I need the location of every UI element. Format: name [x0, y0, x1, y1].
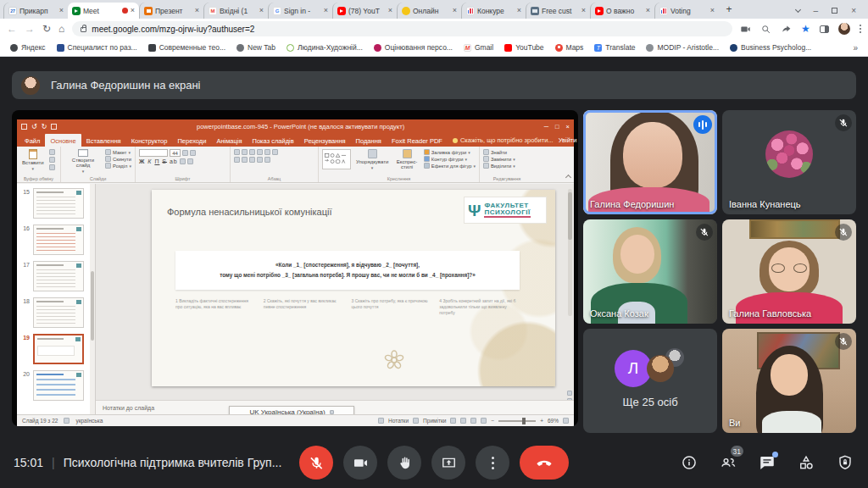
participant-avatar: [765, 130, 813, 178]
tab-camera-icon[interactable]: [740, 24, 751, 35]
browser-tab-freecust[interactable]: Free cust×: [526, 3, 590, 19]
tab-close-icon[interactable]: ×: [710, 7, 715, 14]
browser-tab-signin[interactable]: GSign in -×: [268, 3, 332, 19]
host-controls-button[interactable]: [836, 453, 854, 472]
chat-button[interactable]: [758, 453, 776, 472]
bookmark-translate[interactable]: TTranslate: [594, 43, 635, 52]
bookmark-maps[interactable]: Maps: [555, 43, 584, 52]
zoom-in-button: +: [540, 418, 543, 424]
browser-tab-meet[interactable]: Meet×: [68, 3, 139, 19]
zoom-level: 69%: [548, 418, 559, 424]
participant-tile-halyna-havlovska[interactable]: Галина Гавловська: [722, 219, 856, 324]
bookmark-youtube[interactable]: YouTube: [504, 43, 543, 52]
banner-text: Галина Федоришин на екрані: [51, 79, 201, 92]
tab-close-icon[interactable]: ×: [388, 7, 392, 14]
audio-speaking-indicator: [693, 115, 712, 134]
home-button[interactable]: ⌂: [58, 24, 64, 34]
bookmark-gmail[interactable]: MGmail: [464, 43, 493, 52]
ppt-account-area: Увійти Спільний доступ: [559, 134, 578, 147]
more-options-button[interactable]: [476, 446, 509, 480]
shape-outline-button: Контур фігури▾: [424, 156, 476, 162]
browser-tab-youtube-2[interactable]: О важно×: [590, 3, 654, 19]
browser-tab-youtube-1[interactable]: (78) YouT×: [332, 3, 397, 19]
reload-button[interactable]: ↻: [42, 24, 51, 34]
recording-dot-icon: [122, 8, 128, 14]
participants-button[interactable]: 31: [719, 453, 737, 472]
tab-close-icon[interactable]: ×: [195, 7, 199, 14]
bookmark-yandex[interactable]: Яндекс: [10, 43, 46, 52]
bookmarks-overflow-button[interactable]: »: [853, 43, 858, 53]
browser-tab-inbox[interactable]: MВхідні (1×: [203, 3, 268, 19]
slide-editor: Формула ненасильницької комунікації Ψ ФА…: [96, 184, 574, 414]
ppt-tab-home: Основне: [45, 134, 81, 147]
activities-button[interactable]: [797, 453, 815, 472]
back-button[interactable]: ←: [7, 24, 17, 34]
bookmark-specialist[interactable]: Специалист по раз...: [57, 43, 137, 52]
browser-tab-contest[interactable]: Конкуре×: [461, 3, 526, 19]
shared-screen-tile[interactable]: ↺↻ powerpointbase.com-945 - PowerPoint (…: [12, 110, 578, 426]
camera-button[interactable]: [343, 446, 377, 480]
browser-tab-online[interactable]: Онлайн×: [397, 3, 461, 19]
slides-favicon-icon: [144, 7, 153, 15]
shapes-gallery: [322, 149, 351, 169]
bookmark-modip[interactable]: MODIP - Aristotle...: [646, 43, 719, 52]
browser-menu-icon[interactable]: [860, 25, 861, 33]
bookmark-assessment[interactable]: Оцінювання персо...: [374, 43, 453, 52]
ppt-tab-foxit: Foxit Reader PDF: [387, 134, 448, 147]
screen: 27Прикарп× Meet× Презент× MВхідні (1× GS…: [0, 0, 868, 488]
participant-tile-oksana-kozak[interactable]: Оксана Козак: [583, 219, 717, 324]
tab-close-icon[interactable]: ×: [646, 7, 650, 14]
participant-tile-you[interactable]: Ви: [722, 329, 856, 433]
window-maximize-button[interactable]: [832, 8, 837, 14]
find-button: Знайти: [483, 149, 515, 155]
bookmark-business-psych[interactable]: Business Psycholog...: [730, 43, 811, 52]
ppt-tab-insert: Вставлення: [81, 134, 126, 147]
browser-tab-presentation[interactable]: Презент×: [139, 3, 203, 19]
ppt-tab-view: Подання: [351, 134, 387, 147]
browser-tab-prykarp[interactable]: 27Прикарп×: [3, 3, 68, 19]
participant-tile-overflow[interactable]: Л Ще 25 осіб: [583, 329, 717, 433]
slide-title: Формула ненасильницької комунікації: [167, 207, 331, 217]
meeting-details-button[interactable]: [680, 453, 698, 472]
share-page-icon[interactable]: [781, 24, 792, 35]
end-call-button[interactable]: [520, 446, 569, 480]
participant-tile-ivanna-kunanets[interactable]: Іванна Кунанець: [722, 110, 856, 214]
participant-name: Іванна Кунанець: [729, 199, 801, 209]
view-normal-icon: [450, 418, 456, 424]
bookmark-star-icon[interactable]: ★: [801, 24, 810, 34]
tab-close-icon[interactable]: ×: [581, 7, 586, 14]
tab-close-icon[interactable]: ×: [517, 7, 521, 14]
side-panel-icon[interactable]: [820, 25, 829, 33]
zoom-page-icon[interactable]: [760, 24, 771, 35]
tab-close-icon[interactable]: ×: [131, 7, 135, 14]
tab-close-icon[interactable]: ×: [259, 7, 264, 14]
raise-hand-button[interactable]: [387, 446, 421, 480]
news-favicon-icon: 27: [8, 7, 17, 15]
forward-button[interactable]: →: [25, 24, 35, 34]
url-box[interactable]: meet.google.com/mzg-ojrw-iuy?authuser=2: [72, 21, 732, 36]
thumbnail-scrollbar: [90, 184, 95, 414]
mute-button[interactable]: [299, 446, 333, 480]
tab-close-icon[interactable]: ×: [453, 7, 457, 14]
bookmark-favicon-icon: [730, 44, 737, 52]
profile-avatar[interactable]: [838, 23, 850, 35]
ppt-tell-me: Скажіть, що потрібно зробити...: [448, 134, 559, 147]
ribbon-group-drawing: Упорядкувати▾ Експрес-стилі Заливка фігу…: [319, 147, 480, 182]
url-text: meet.google.com/mzg-ojrw-iuy?authuser=2: [92, 25, 254, 34]
bookmark-lyudyna[interactable]: Людина-Художній...: [287, 43, 363, 52]
translate-icon: T: [594, 44, 602, 52]
window-close-button[interactable]: ×: [851, 6, 856, 15]
tab-search-icon[interactable]: [795, 7, 801, 13]
participant-tile-halyna-fedoryshyn[interactable]: Галина Федоришин: [583, 110, 717, 214]
ribbon-group-clipboard: Вставити▾ Буфер обміну: [17, 147, 61, 182]
new-tab-button[interactable]: +: [722, 3, 736, 17]
bookmark-new-tab[interactable]: New Tab: [236, 43, 275, 52]
browser-tab-strip: 27Прикарп× Meet× Презент× MВхідні (1× GS…: [0, 0, 868, 19]
bookmark-modern-theories[interactable]: Современные тео...: [148, 43, 225, 52]
browser-tab-voting[interactable]: Voting×: [654, 3, 719, 19]
new-slide-icon: [78, 149, 88, 157]
present-button[interactable]: [431, 446, 465, 480]
tab-close-icon[interactable]: ×: [59, 7, 64, 14]
window-minimize-button[interactable]: –: [814, 6, 819, 15]
tab-close-icon[interactable]: ×: [324, 7, 328, 14]
